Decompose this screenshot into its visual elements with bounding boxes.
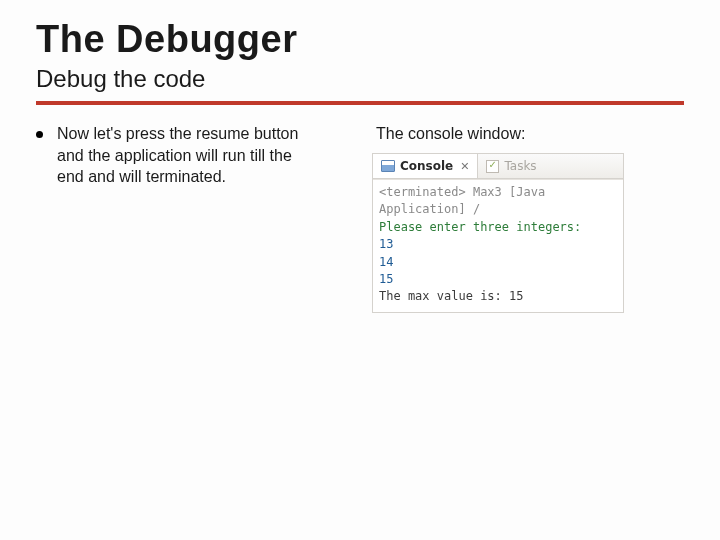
slide-title: The Debugger [36, 18, 684, 61]
tab-tasks[interactable]: Tasks [478, 154, 544, 178]
slide-subtitle: Debug the code [36, 65, 684, 93]
console-input-line: 15 [379, 271, 617, 288]
console-icon [381, 160, 395, 172]
console-prompt-line: Please enter three integers: [379, 219, 617, 236]
console-header-line: <terminated> Max3 [Java Application] / [379, 184, 617, 219]
console-panel: Console ✕ Tasks <terminated> Max3 [Java … [372, 153, 624, 313]
tab-console[interactable]: Console ✕ [373, 154, 478, 178]
console-caption: The console window: [376, 125, 684, 143]
bullet-text: Now let's press the resume button and th… [57, 123, 317, 188]
slide-body: Now let's press the resume button and th… [36, 123, 684, 313]
bullet-dot-icon [36, 131, 43, 138]
tasks-icon [486, 160, 499, 173]
right-column: The console window: Console ✕ Tasks <ter [372, 123, 684, 313]
accent-line [36, 101, 684, 105]
console-input-line: 14 [379, 254, 617, 271]
bullet-item: Now let's press the resume button and th… [36, 123, 348, 188]
tab-strip: Console ✕ Tasks [373, 154, 623, 179]
console-result-line: The max value is: 15 [379, 288, 617, 305]
close-icon[interactable]: ✕ [460, 160, 469, 173]
slide: The Debugger Debug the code Now let's pr… [0, 0, 720, 540]
tab-tasks-label: Tasks [504, 159, 536, 173]
tab-console-label: Console [400, 159, 453, 173]
console-input-line: 13 [379, 236, 617, 253]
console-output-area: <terminated> Max3 [Java Application] / P… [373, 180, 623, 312]
left-column: Now let's press the resume button and th… [36, 123, 348, 313]
